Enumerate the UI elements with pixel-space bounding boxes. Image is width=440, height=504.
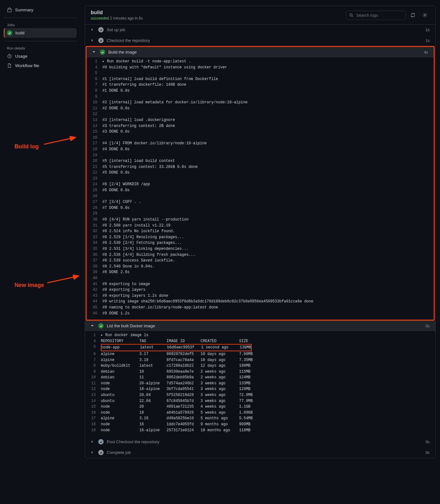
build-log: 1▸ Run docker build -t node-app:latest .… xyxy=(87,57,434,319)
log-panel: build succeeded 2 minutes ago in 6s Set … xyxy=(85,6,436,458)
log-line: 24#6 [2/4] WORKDIR /app xyxy=(87,181,434,187)
line-content: #8 2.531 [3/4] Linking dependencies... xyxy=(102,246,194,252)
line-number: 15 xyxy=(85,404,101,410)
line-content: #9 exporting layers 1.2s done xyxy=(102,293,174,299)
step-name: List the built Docker image xyxy=(107,324,422,328)
chevron-down-icon xyxy=(91,324,95,328)
line-content: REPOSITORY TAG IMAGE ID CREATED SIZE xyxy=(101,338,254,344)
step-build[interactable]: Build the image 4s xyxy=(87,47,434,57)
log-line: 9debian 10 69530eaa9e7e 2 weeks ago 115M… xyxy=(85,369,435,375)
workflow-file-link[interactable]: Workflow file xyxy=(4,61,77,70)
line-content: ubuntu 20.04 5f5250218d28 3 weeks ago 72… xyxy=(101,392,258,398)
settings-button[interactable] xyxy=(420,10,430,20)
line-content: #9 writing image sha256:b6d6aec9953f0d6b… xyxy=(102,299,319,305)
line-number: 45 xyxy=(87,305,102,311)
log-line: 41#9 exporting to image xyxy=(87,281,434,287)
log-line: 4REPOSITORY TAG IMAGE ID CREATED SIZE xyxy=(85,338,435,344)
line-number: 8 xyxy=(85,363,101,369)
svg-point-4 xyxy=(350,14,352,16)
line-number: 41 xyxy=(87,281,102,287)
line-number: 7 xyxy=(87,82,102,88)
log-line: 40 xyxy=(87,275,434,281)
summary-link[interactable]: Summary xyxy=(4,5,77,14)
line-number: 16 xyxy=(87,135,102,141)
log-line: 8moby/buildkit latest c17288a10b22 12 da… xyxy=(85,363,435,369)
line-number: 1 xyxy=(85,332,101,338)
line-number: 9 xyxy=(87,94,102,100)
line-number: 15 xyxy=(87,129,102,135)
log-line: 37#8 2.539 success Saved lockfile. xyxy=(87,258,434,264)
line-content: #8 [4/4] RUN yarn install --production xyxy=(102,217,194,223)
line-number: 27 xyxy=(87,199,102,205)
log-line: 21#5 transferring context: 33.28kB 0.0s … xyxy=(87,164,434,170)
run-details-heading: Run details xyxy=(4,44,77,51)
line-number: 24 xyxy=(87,181,102,187)
log-line: 39#8 DONE 2.6s xyxy=(87,269,434,275)
log-line: 19node 16-alpine 2573171e0124 10 months … xyxy=(85,427,435,433)
step-list-image[interactable]: List the built Docker image 0s xyxy=(85,321,435,331)
line-content xyxy=(102,111,108,117)
line-number: 39 xyxy=(87,269,102,275)
line-number: 37 xyxy=(87,258,102,264)
line-number: 12 xyxy=(87,111,102,117)
step-setup[interactable]: Set up job 1s xyxy=(85,25,435,35)
check-circle-icon xyxy=(100,49,105,55)
line-content: #6 DONE 0.0s xyxy=(102,187,135,193)
step-complete[interactable]: Complete job 0s xyxy=(85,447,435,458)
chevron-right-icon xyxy=(91,450,95,455)
panel-header: build succeeded 2 minutes ago in 6s xyxy=(85,6,435,25)
line-number: 46 xyxy=(87,311,102,317)
check-circle-icon xyxy=(98,27,104,32)
annotation-build-log: Build log xyxy=(14,143,39,150)
rerun-button[interactable] xyxy=(408,10,418,20)
line-number: 17 xyxy=(87,140,102,146)
log-line: 45#9 naming to docker.io/library/node-ap… xyxy=(87,305,434,311)
log-line: 32#8 2.524 info No lockfile found. xyxy=(87,228,434,234)
line-number: 6 xyxy=(85,351,101,357)
svg-rect-2 xyxy=(8,9,11,12)
line-content: #9 naming to docker.io/library/node-app:… xyxy=(102,305,224,311)
line-number: 9 xyxy=(85,369,101,375)
line-number: 23 xyxy=(87,176,102,182)
usage-link[interactable]: Usage xyxy=(4,51,77,61)
log-line: 18#4 DONE 0.0s xyxy=(87,146,434,152)
usage-label: Usage xyxy=(15,54,27,59)
log-line: 6#1 [internal] load build definition fro… xyxy=(87,76,434,82)
log-line: 7alpine 3.18 8fd7cac70a4a 10 days ago 7.… xyxy=(85,357,435,363)
step-post-checkout[interactable]: Post Checkout the repostiory 0s xyxy=(85,437,435,447)
step-duration: 4s xyxy=(424,50,428,54)
line-content: #8 2.539 success Saved lockfile. xyxy=(102,258,180,264)
search-input[interactable] xyxy=(356,13,402,18)
job-status: succeeded 2 minutes ago in 6s xyxy=(91,16,143,20)
line-number: 35 xyxy=(87,246,102,252)
line-number: 38 xyxy=(87,264,102,270)
summary-label: Summary xyxy=(15,8,33,12)
line-number: 19 xyxy=(85,427,101,433)
step-checkout[interactable]: Checkout the repostiory 1s xyxy=(85,35,435,46)
line-number: 14 xyxy=(85,398,101,404)
log-line: 46#9 DONE 1.2s xyxy=(87,311,434,317)
log-line: 11#2 DONE 0.0s xyxy=(87,106,434,112)
line-number: 14 xyxy=(87,123,102,129)
list-log: 1▸ Run docker image ls4REPOSITORY TAG IM… xyxy=(85,331,435,436)
annotation-build-box: Build the image 4s 1▸ Run docker build -… xyxy=(86,46,435,321)
annotation-new-image-box: node-app latest b6d6aec9953f 1 second ag… xyxy=(101,344,252,351)
step-name: Complete job xyxy=(107,450,422,455)
line-number: 6 xyxy=(87,76,102,82)
line-content: #7 DONE 0.0s xyxy=(102,205,135,211)
line-number: 4 xyxy=(85,338,101,344)
log-line: 1▸ Run docker build -t node-app:latest . xyxy=(87,59,434,65)
log-line: 10#2 [internal] load metadata for docker… xyxy=(87,100,434,106)
divider xyxy=(4,41,77,41)
search-logs[interactable] xyxy=(346,11,406,20)
line-number: 28 xyxy=(87,205,102,211)
jobs-heading: Jobs xyxy=(4,21,77,28)
sidebar-job-label: build xyxy=(15,31,25,35)
sidebar-job-build[interactable]: build xyxy=(4,28,77,38)
log-line: 42#9 exporting layers xyxy=(87,287,434,293)
log-line: 34#8 2.530 [2/4] Fetching packages... xyxy=(87,240,434,246)
log-line: 4#0 building with "default" instance usi… xyxy=(87,65,434,71)
log-line: 30#8 [4/4] RUN yarn install --production xyxy=(87,217,434,223)
log-line: 20#5 [internal] load build context xyxy=(87,158,434,164)
log-line: 14#3 transferring context: 2B done xyxy=(87,123,434,129)
